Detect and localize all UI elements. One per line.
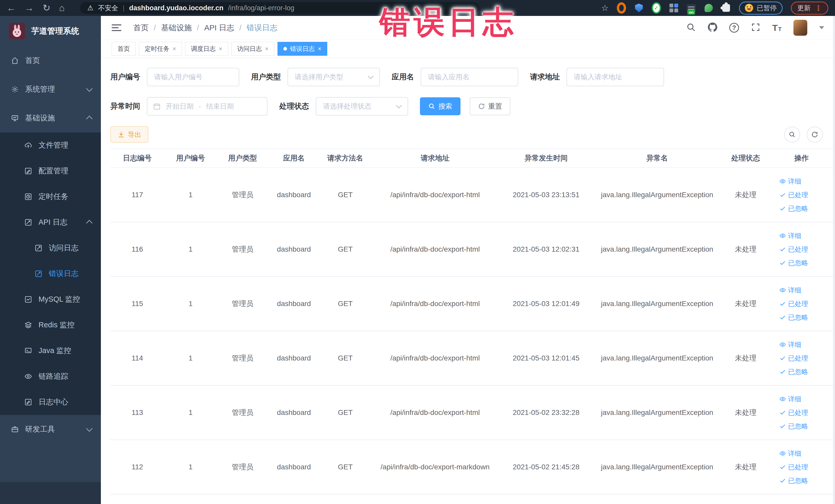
exception-time-range-picker[interactable]: 开始日期 - 结束日期: [147, 97, 267, 116]
tab-error-log[interactable]: 错误日志 ×: [278, 42, 327, 56]
process-status-select[interactable]: 请选择处理状态: [316, 97, 408, 116]
sidebar-item-logcenter[interactable]: 日志中心: [0, 389, 101, 415]
avatar[interactable]: [793, 20, 807, 36]
fullscreen-icon[interactable]: [751, 22, 760, 33]
help-icon[interactable]: ?: [729, 23, 739, 33]
mark-ignored-link[interactable]: 已忽略: [779, 476, 808, 485]
sidebar-item-config[interactable]: 配置管理: [0, 158, 101, 184]
mark-ignored-link[interactable]: 已忽略: [779, 422, 808, 431]
sidebar-item-errorlog[interactable]: 错误日志: [0, 261, 101, 286]
caret-down-icon[interactable]: [819, 26, 824, 29]
mark-ignored-link[interactable]: 已忽略: [779, 367, 808, 377]
app-name-input[interactable]: [421, 68, 518, 86]
annotation-overlay-title: 错误日志: [380, 2, 517, 43]
browser-home-icon[interactable]: ⌂: [59, 3, 65, 13]
sidebar-item-java[interactable]: Java 监控: [0, 338, 101, 364]
detail-link[interactable]: 详细: [779, 231, 801, 240]
browser-menu-icon[interactable]: ⋮: [815, 4, 822, 12]
sidebar-item-job[interactable]: 定时任务: [0, 184, 101, 209]
extensions-puzzle-icon[interactable]: [721, 3, 731, 13]
sidebar-item-infra[interactable]: 基础设施: [0, 104, 101, 133]
sidebar-item-mysql[interactable]: MySQL 监控: [0, 286, 101, 312]
sidebar-item-trace[interactable]: 链路追踪: [0, 364, 101, 389]
menu-fold-icon[interactable]: [111, 24, 121, 31]
user-id-input[interactable]: [147, 68, 239, 86]
app-title: 芋道管理系统: [31, 26, 79, 37]
cell-actions: 详细 已处理 已忽略: [770, 395, 833, 431]
cell-actions: 详细 已处理 已忽略: [770, 286, 833, 322]
refresh-table-button[interactable]: [807, 126, 823, 142]
extension-grid-icon[interactable]: [669, 3, 678, 13]
sidebar-item-home[interactable]: 首页: [0, 46, 101, 75]
search-button[interactable]: 搜索: [420, 97, 461, 115]
mark-processed-link[interactable]: 已处理: [779, 299, 808, 308]
toggle-search-button[interactable]: [784, 126, 800, 142]
browser-back-icon[interactable]: ←: [7, 3, 16, 13]
mark-processed-link[interactable]: 已处理: [779, 245, 808, 254]
update-label: 更新: [797, 4, 811, 13]
breadcrumb-item-infra[interactable]: 基础设施: [161, 23, 192, 33]
detail-link[interactable]: 详细: [779, 286, 801, 295]
url-domain: dashboard.yudao.iocoder.cn: [129, 4, 224, 12]
font-size-icon[interactable]: TT: [772, 23, 781, 32]
close-icon[interactable]: ×: [265, 46, 268, 52]
detail-link[interactable]: 详细: [779, 449, 801, 458]
tab-job-log[interactable]: 调度日志 ×: [185, 42, 228, 56]
breadcrumb-separator: /: [239, 23, 241, 32]
tab-home[interactable]: 首页: [111, 42, 136, 56]
mark-ignored-link[interactable]: 已忽略: [779, 204, 808, 213]
cell-user-id: 1: [164, 191, 217, 199]
reset-button[interactable]: 重置: [470, 97, 510, 115]
detail-link[interactable]: 详细: [779, 340, 801, 349]
tab-label: 首页: [118, 45, 130, 53]
close-icon[interactable]: ×: [318, 46, 321, 52]
detail-link[interactable]: 详细: [779, 395, 801, 404]
close-icon[interactable]: ×: [172, 46, 176, 52]
browser-reload-icon[interactable]: ↻: [43, 3, 50, 13]
request-url-input[interactable]: [567, 68, 664, 86]
check-icon: [779, 355, 786, 362]
navbar-actions: ? TT: [686, 20, 824, 36]
search-icon[interactable]: [686, 22, 696, 33]
bookmark-star-icon[interactable]: ☆: [601, 3, 609, 13]
date-end-placeholder: 结束日期: [206, 102, 234, 111]
eye-icon: [779, 396, 786, 402]
scrollbar[interactable]: [833, 16, 835, 504]
extension-orange-icon[interactable]: [617, 3, 626, 13]
mark-processed-link[interactable]: 已处理: [779, 463, 808, 472]
sidebar-item-label: MySQL 监控: [39, 294, 80, 304]
close-icon[interactable]: ×: [219, 46, 222, 52]
tab-access-log[interactable]: 访问日志 ×: [231, 42, 274, 56]
cell-method: GET: [320, 408, 371, 417]
user-type-select[interactable]: 请选择用户类型: [287, 68, 380, 86]
detail-link[interactable]: 详细: [779, 177, 801, 186]
cell-user-id: 1: [164, 408, 217, 417]
sidebar-item-accesslog[interactable]: 访问日志: [0, 235, 101, 261]
mark-processed-link[interactable]: 已处理: [779, 354, 808, 363]
breadcrumb-separator: /: [154, 23, 156, 32]
sidebar-item-system[interactable]: 系统管理: [0, 75, 101, 104]
extension-check-icon[interactable]: ✓: [652, 3, 661, 13]
browser-forward-icon[interactable]: →: [25, 3, 34, 13]
extension-shield-icon[interactable]: [634, 3, 644, 13]
app-logo[interactable]: 芋道管理系统: [0, 16, 101, 46]
browser-update-button[interactable]: 更新 ⋮: [791, 2, 828, 15]
sidebar-item-devtools[interactable]: 研发工具: [0, 415, 101, 444]
mark-processed-link[interactable]: 已处理: [779, 408, 808, 417]
export-button[interactable]: 导出: [110, 126, 148, 143]
profile-paused-badge[interactable]: 已暂停: [739, 2, 782, 15]
mark-ignored-link[interactable]: 已忽略: [779, 313, 808, 322]
extension-switch-icon[interactable]: on: [687, 3, 696, 13]
tab-job[interactable]: 定时任务 ×: [139, 42, 182, 56]
sidebar-item-redis[interactable]: Redis 监控: [0, 312, 101, 338]
sidebar-item-file[interactable]: 文件管理: [0, 133, 101, 158]
mark-ignored-link[interactable]: 已忽略: [779, 259, 808, 267]
mark-processed-link[interactable]: 已处理: [779, 190, 808, 200]
chart-icon: [24, 295, 32, 303]
github-icon[interactable]: [708, 22, 717, 33]
breadcrumb-item-home[interactable]: 首页: [133, 23, 149, 33]
breadcrumb-item-apilog[interactable]: API 日志: [204, 23, 235, 33]
sidebar-item-apilog[interactable]: API 日志: [0, 209, 101, 235]
sidebar-menu: 首页 系统管理 基础设施 文件管理: [0, 46, 101, 444]
extension-leaf-icon[interactable]: [704, 3, 713, 13]
